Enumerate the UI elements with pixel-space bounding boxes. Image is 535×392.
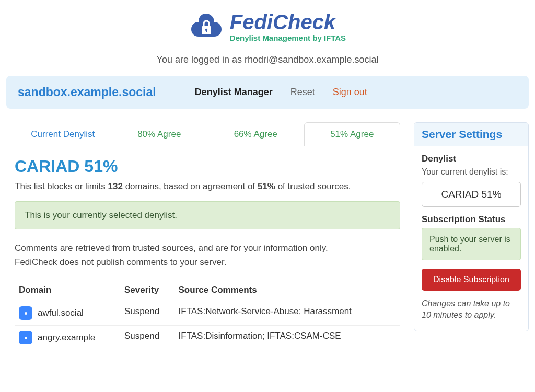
expand-icon[interactable]	[19, 331, 32, 344]
comment-notes: Comments are retrieved from trusted sour…	[15, 241, 400, 269]
tab-current-denylist[interactable]: Current Denylist	[15, 122, 111, 146]
severity-value: Suspend	[120, 326, 175, 350]
subscription-status-label: Subscription Status	[422, 214, 521, 225]
tab-51-agree[interactable]: 51% Agree	[304, 122, 401, 146]
col-domain: Domain	[15, 280, 120, 301]
table-row: angry.example Suspend IFTAS:Disinformati…	[15, 326, 400, 350]
brand-title: FediCheck	[230, 11, 346, 32]
apply-delay-hint: Changes can take up to 10 minutes to app…	[422, 298, 521, 321]
expand-icon[interactable]	[19, 306, 32, 320]
tab-80-agree[interactable]: 80% Agree	[111, 122, 208, 146]
server-name[interactable]: sandbox.example.social	[18, 85, 156, 99]
col-severity: Severity	[120, 280, 175, 301]
comments-value: IFTAS:Network-Service-Abuse; Harassment	[175, 301, 400, 326]
comments-value: IFTAS:Disinformation; IFTAS:CSAM-CSE	[175, 326, 400, 350]
reset-link[interactable]: Reset	[290, 87, 315, 98]
agreement-pct: 51%	[258, 181, 275, 191]
list-summary: This list blocks or limits 132 domains, …	[15, 181, 400, 192]
domain-name: awful.social	[38, 308, 84, 318]
signout-link[interactable]: Sign out	[333, 87, 367, 98]
topbar: sandbox.example.social Denylist Manager …	[6, 76, 529, 109]
login-email: rhodri@sandbox.example.social	[245, 54, 378, 65]
server-settings-heading: Server Settings	[414, 123, 528, 146]
svg-rect-2	[206, 30, 207, 32]
login-status: You are logged in as rhodri@sandbox.exam…	[6, 54, 529, 65]
severity-value: Suspend	[120, 301, 175, 326]
table-row: awful.social Suspend IFTAS:Network-Servi…	[15, 301, 400, 326]
login-prefix: You are logged in as	[157, 54, 245, 65]
selected-denylist-alert: This is your currently selected denylist…	[15, 201, 400, 229]
brand-lockup: FediCheck Denylist Management by IFTAS	[189, 10, 346, 43]
denylist-sub: Your current denylist is:	[422, 167, 521, 177]
disable-subscription-button[interactable]: Disable Subscription	[422, 269, 521, 291]
denylist-manager-label: Denylist Manager	[195, 87, 273, 98]
tab-bar: Current Denylist 80% Agree 66% Agree 51%…	[15, 122, 400, 146]
brand-tagline: Denylist Management by IFTAS	[230, 33, 346, 42]
subscription-status-message: Push to your server is enabled.	[422, 228, 521, 260]
denylist-table: Domain Severity Source Comments awful.so…	[15, 280, 400, 350]
denylist-label: Denylist	[422, 154, 521, 164]
domain-count: 132	[108, 181, 123, 191]
cloud-lock-icon	[189, 10, 223, 43]
current-denylist-value: CARIAD 51%	[422, 182, 521, 207]
tab-66-agree[interactable]: 66% Agree	[207, 122, 304, 146]
domain-name: angry.example	[38, 332, 95, 343]
col-comments: Source Comments	[175, 280, 400, 301]
server-settings-panel: Server Settings Denylist Your current de…	[414, 122, 529, 331]
page-title: CARIAD 51%	[15, 157, 400, 176]
app-header: FediCheck Denylist Management by IFTAS Y…	[6, 10, 529, 65]
